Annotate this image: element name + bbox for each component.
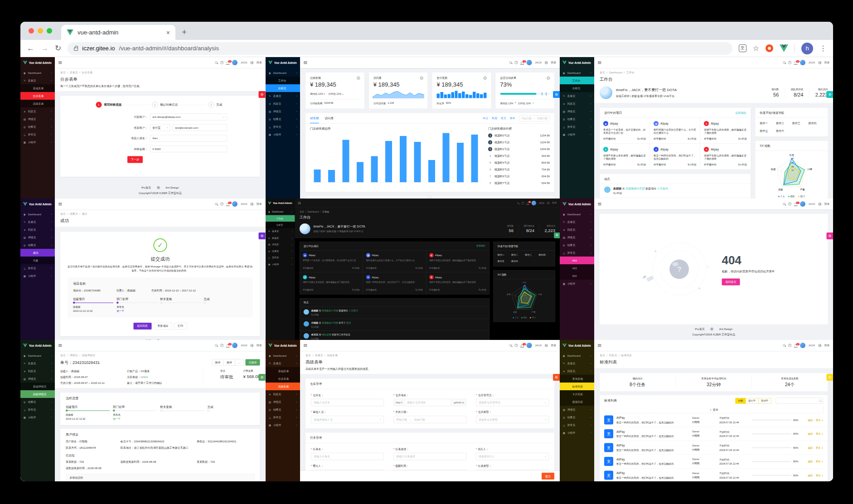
legend-item[interactable]: 部门	[530, 316, 536, 319]
address-bar[interactable]: iczer.gitee.io/vue-antd-admin/#/dashboar…	[68, 42, 732, 55]
user-avatar[interactable]	[800, 343, 805, 348]
sidebar-item[interactable]: ✎表单页∨	[20, 218, 55, 226]
form-control[interactable]: 请选择执行人∨	[476, 453, 549, 460]
quick-op-link[interactable]: 操作六	[511, 260, 523, 263]
info-icon[interactable]: i	[357, 77, 360, 80]
rank-row[interactable]: 8桃源村7号店534.56	[488, 181, 550, 185]
form-control[interactable]: 请选择仓库类型∨	[476, 416, 549, 423]
language-globe-icon[interactable]	[251, 203, 254, 206]
back-button[interactable]: ←	[27, 44, 34, 53]
project-tile[interactable]: ◆Alipay 那时候我只会想自己想要什么，从不想自己拥有什么 科学搬砖组9小时…	[363, 250, 426, 272]
sidebar-item[interactable]: ◎结果页∨	[560, 413, 594, 421]
more-link[interactable]: 更多 ∨	[815, 418, 823, 421]
range-link[interactable]: 今日	[482, 116, 488, 121]
reload-button[interactable]: ↻	[55, 44, 61, 53]
breadcrumb-item[interactable]: 首页	[60, 354, 70, 357]
footer-home-link[interactable]: Pro首页	[141, 186, 151, 190]
more-link[interactable]: 更多 ∨	[815, 474, 823, 476]
quick-op-link[interactable]: 操作五	[497, 260, 510, 263]
collapse-menu-icon[interactable]	[304, 61, 307, 64]
project-tile[interactable]: ◆Alipay 希望是一个好东西，也许是最好的，好东西是不会消亡的 科学搬砖组9…	[300, 250, 363, 272]
sidebar-item[interactable]: ▦小组件∨	[560, 429, 594, 436]
forward-button[interactable]: →	[41, 44, 48, 53]
search-icon[interactable]	[517, 202, 519, 204]
legend-item[interactable]: 个人	[778, 195, 785, 198]
quick-op-link[interactable]: 操作三	[525, 253, 538, 257]
breadcrumb-item[interactable]: 高级表单	[327, 354, 338, 357]
rank-row[interactable]: 3桃源村2号店1034.56	[488, 147, 550, 151]
form-control[interactable]: http://请输入仓库域名.github.io	[393, 399, 466, 406]
browser-tab[interactable]: vue-antd-admin ×	[61, 25, 175, 40]
zoom-window-button[interactable]	[47, 28, 52, 34]
sidebar-item[interactable]: △异常页∨	[560, 123, 594, 131]
collapse-menu-icon[interactable]	[58, 203, 62, 205]
sidebar-item[interactable]: ✎表单页∧	[266, 359, 300, 367]
chart-tab[interactable]: 访问量	[325, 113, 334, 124]
legend-item[interactable]: 部门	[798, 195, 805, 198]
sidebar-item[interactable]: 成功	[20, 249, 55, 257]
sidebar-item[interactable]: ✎表单页∨	[266, 92, 300, 100]
theme-settings-button[interactable]: ⚙	[554, 233, 560, 238]
help-icon[interactable]: ?	[220, 61, 223, 64]
translate-icon[interactable]: 文	[739, 44, 746, 52]
breadcrumb-item[interactable]: 详情页	[70, 354, 82, 357]
quick-op-link[interactable]: 操作五	[760, 129, 775, 133]
rank-row[interactable]: 5桃源村4号店834.56	[488, 161, 550, 165]
sidebar-item[interactable]: 分析页	[266, 84, 300, 92]
project-tile[interactable]: ◆Alipay 希望是一个好东西，也许是最好的，好东西是不会消亡的 科学搬砖组9…	[600, 118, 650, 144]
more-link[interactable]: 更多 ∨	[815, 460, 823, 463]
info-icon[interactable]: i	[483, 77, 486, 80]
help-icon[interactable]: ?	[788, 344, 791, 347]
brand[interactable]: Vue Antd Admin	[266, 199, 295, 208]
help-icon[interactable]: ?	[514, 61, 518, 64]
sidebar-item[interactable]: ≡列表页∨	[20, 367, 55, 375]
help-icon[interactable]: ?	[220, 344, 223, 347]
filter-button[interactable]: 全部	[735, 398, 746, 404]
edit-link[interactable]: 编辑	[808, 432, 813, 435]
project-tile[interactable]: AAlipay 城镇中有那么多的酒馆，她却偏偏走进了我的酒馆 科学搬砖组9小时前	[700, 118, 751, 144]
browser-menu-icon[interactable]: ⋮	[819, 44, 827, 53]
quick-op-link[interactable]: 操作四	[808, 121, 823, 126]
breadcrumb-item[interactable]: 表单页	[70, 71, 82, 74]
user-avatar[interactable]	[232, 201, 237, 207]
form-control[interactable]: 请输入任务描述	[393, 453, 466, 460]
language-globe-icon[interactable]	[251, 61, 254, 64]
range-link[interactable]: 本月	[500, 116, 506, 121]
search-icon[interactable]	[215, 62, 218, 64]
language-globe-icon[interactable]	[818, 344, 821, 347]
collapse-menu-icon[interactable]	[58, 61, 62, 64]
sidebar-item[interactable]: 高级表单	[266, 383, 300, 390]
language-label[interactable]: 简体	[257, 61, 262, 65]
sidebar-item[interactable]: ▤详情页∨	[20, 115, 55, 123]
breadcrumb-item[interactable]: 成功	[82, 213, 87, 216]
sidebar-item[interactable]: ✎表单页∨	[560, 359, 594, 367]
sidebar-item[interactable]: ▤详情页∨	[560, 233, 594, 241]
breadcrumb-item[interactable]: 列表页	[609, 354, 621, 357]
sidebar-item[interactable]: ◎结果页∨	[20, 123, 55, 131]
language-globe-icon[interactable]	[251, 344, 254, 347]
collapse-menu-icon[interactable]	[598, 203, 601, 205]
language-globe-icon[interactable]	[547, 202, 550, 204]
sidebar-item[interactable]: ◉Dashboard∨	[20, 69, 55, 77]
sidebar-item[interactable]: 高级详情页	[20, 390, 55, 398]
breadcrumb-item[interactable]: 工作台	[626, 71, 634, 74]
sidebar-item[interactable]: △异常页∨	[266, 254, 295, 261]
brand[interactable]: Vue Antd Admin	[560, 199, 594, 209]
sidebar-item[interactable]: 工作台	[266, 77, 300, 84]
breadcrumb-item[interactable]: 首页	[305, 354, 315, 357]
brand[interactable]: Vue Antd Admin	[560, 340, 594, 351]
sidebar-item[interactable]: 分步表单	[20, 92, 55, 100]
submit-button[interactable]: 提交	[542, 473, 554, 480]
notification-bell-icon[interactable]: 12	[227, 62, 229, 64]
sidebar-item[interactable]: 标准列表	[560, 383, 594, 390]
project-tile[interactable]: AAlipay 城镇中有那么多的酒馆，她却偏偏走进了我的酒馆 科学搬砖组9小时前	[300, 272, 363, 294]
breadcrumb-item[interactable]: 首页	[60, 213, 70, 216]
help-icon[interactable]: ?	[788, 203, 791, 206]
add-item-button[interactable]: ＋ 添加	[604, 407, 823, 413]
notification-bell-icon[interactable]: 12	[527, 202, 529, 204]
info-icon[interactable]: i	[547, 77, 550, 80]
range-link[interactable]: 本年	[509, 116, 515, 121]
sidebar-item[interactable]: 查询表格	[560, 375, 594, 383]
sidebar-item[interactable]: 失败	[20, 257, 55, 264]
sidebar-item[interactable]: ▤详情页∨	[560, 107, 594, 115]
